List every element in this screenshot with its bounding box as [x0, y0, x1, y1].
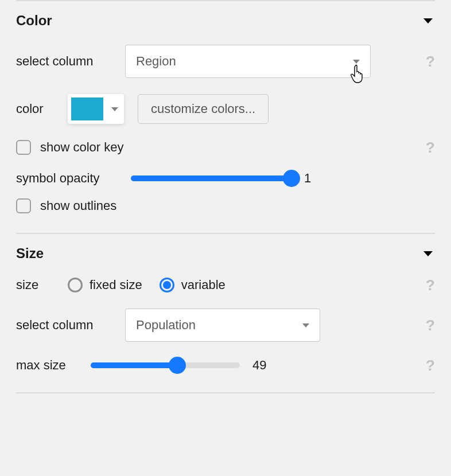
- show-color-key-checkbox[interactable]: [16, 140, 31, 155]
- help-icon[interactable]: ?: [426, 357, 435, 374]
- size-select-column-dropdown[interactable]: Population: [125, 309, 320, 342]
- show-color-key-label: show color key: [40, 140, 124, 155]
- chevron-down-icon: [421, 14, 435, 28]
- symbol-opacity-value: 1: [304, 171, 311, 186]
- size-select-column-value: Population: [136, 318, 196, 333]
- size-radio-fixed[interactable]: [68, 278, 83, 292]
- size-radio-variable-label: variable: [181, 278, 226, 292]
- help-icon[interactable]: ?: [426, 276, 435, 294]
- size-radio-fixed-label: fixed size: [90, 278, 142, 292]
- max-size-label: max size: [16, 358, 91, 373]
- size-section-header[interactable]: Size: [16, 234, 435, 278]
- size-radio-variable[interactable]: [160, 278, 174, 292]
- help-icon[interactable]: ?: [426, 317, 435, 334]
- section-title-color: Color: [16, 13, 52, 29]
- section-title-size: Size: [16, 245, 44, 262]
- color-section-header[interactable]: Color: [16, 1, 435, 45]
- help-icon[interactable]: ?: [426, 53, 435, 71]
- size-label: size: [16, 278, 68, 292]
- symbol-opacity-label: symbol opacity: [16, 171, 131, 186]
- select-column-label: select column: [16, 54, 125, 69]
- show-outlines-checkbox[interactable]: [16, 198, 31, 213]
- customize-colors-button[interactable]: customize colors...: [138, 94, 269, 124]
- dropdown-caret-icon: [353, 60, 360, 64]
- color-swatch-picker[interactable]: [68, 94, 124, 124]
- help-icon[interactable]: ?: [426, 139, 435, 157]
- max-size-value: 49: [252, 358, 266, 373]
- chevron-down-icon: [421, 247, 435, 260]
- size-select-column-label: select column: [16, 318, 125, 333]
- show-outlines-label: show outlines: [40, 198, 116, 213]
- color-swatch: [71, 97, 103, 120]
- dropdown-caret-icon: [302, 323, 309, 327]
- color-select-column-dropdown[interactable]: Region: [125, 45, 371, 78]
- dropdown-caret-icon: [111, 107, 118, 111]
- color-label: color: [16, 102, 68, 116]
- color-select-column-value: Region: [136, 54, 176, 69]
- max-size-slider[interactable]: [91, 362, 240, 368]
- symbol-opacity-slider[interactable]: [131, 175, 291, 181]
- slider-thumb[interactable]: [283, 170, 300, 187]
- slider-thumb[interactable]: [169, 357, 186, 374]
